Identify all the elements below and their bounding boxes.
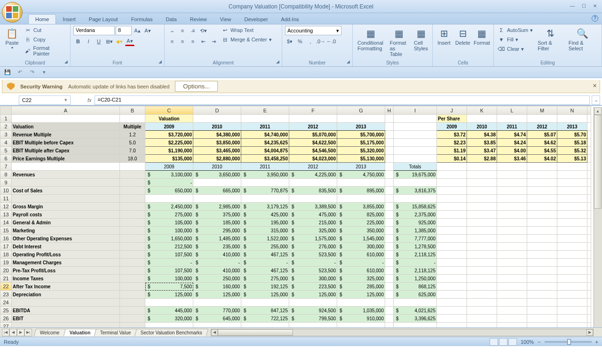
row-header[interactable]: 5 — [0, 147, 12, 155]
cell[interactable] — [527, 291, 557, 299]
col-header[interactable] — [587, 106, 591, 115]
cell[interactable]: $- — [193, 259, 241, 267]
cell[interactable]: Debt Interest — [12, 243, 120, 251]
cell[interactable] — [385, 299, 394, 307]
cell[interactable]: Income Taxes — [12, 275, 120, 283]
cell[interactable]: $1,485,000 — [193, 235, 241, 243]
row-header[interactable]: 25 — [0, 307, 12, 315]
cell[interactable]: $4,750,000 — [337, 171, 385, 179]
cell[interactable] — [467, 179, 497, 187]
cell[interactable] — [557, 211, 587, 219]
italic-button[interactable]: I — [84, 37, 93, 46]
cell[interactable]: Operating Profit/Loss — [12, 251, 120, 259]
cell[interactable]: $275,000 — [241, 275, 289, 283]
cell[interactable] — [587, 275, 591, 283]
cell[interactable]: $3,855,000 — [337, 203, 385, 211]
cell[interactable] — [394, 131, 437, 139]
percent-button[interactable]: % — [295, 37, 305, 46]
cell[interactable] — [385, 179, 394, 187]
cell[interactable]: Depreciation — [12, 291, 120, 299]
cell[interactable] — [385, 315, 394, 323]
cell[interactable]: EBIT Multiple before Capex — [12, 139, 120, 147]
cell[interactable] — [557, 291, 587, 299]
cell[interactable] — [145, 299, 193, 307]
format-painter-button[interactable]: 🖌Format Painter — [23, 45, 67, 57]
cell[interactable]: 2011 — [497, 123, 527, 131]
align-right-button[interactable]: ≡ — [188, 37, 198, 46]
cell[interactable]: $2,450,000 — [145, 203, 193, 211]
col-header[interactable]: A — [12, 106, 120, 115]
cell[interactable]: $125,000 — [241, 291, 289, 299]
cell[interactable]: Per Share — [437, 115, 467, 123]
cell[interactable] — [527, 283, 557, 291]
scroll-thumb[interactable] — [594, 115, 602, 209]
vertical-scrollbar[interactable]: ▲ ▼ — [594, 107, 602, 337]
cell[interactable]: $4.74 — [497, 131, 527, 139]
cell[interactable]: $- — [289, 259, 337, 267]
page-layout-view-button[interactable] — [499, 338, 507, 346]
row-header[interactable]: 7 — [0, 163, 12, 171]
cell[interactable] — [437, 323, 467, 328]
row-header[interactable]: 27 — [0, 323, 12, 328]
cell[interactable]: $300,000 — [289, 275, 337, 283]
comma-button[interactable]: , — [306, 37, 315, 46]
cell[interactable] — [120, 203, 145, 211]
cell[interactable] — [385, 307, 394, 315]
format-as-table-button[interactable]: ▦Format as Table — [388, 26, 411, 58]
cell[interactable] — [557, 243, 587, 251]
cell[interactable]: $4,740,000 — [241, 131, 289, 139]
cell[interactable] — [385, 131, 394, 139]
insert-cells-button[interactable]: ⊞Insert — [436, 26, 452, 47]
font-color-button[interactable]: A▾ — [125, 37, 135, 46]
cell[interactable] — [385, 163, 394, 171]
decrease-indent-button[interactable]: ⇤ — [198, 37, 208, 46]
cell[interactable]: $5.13 — [557, 155, 587, 163]
row-header[interactable]: 22 — [0, 283, 12, 291]
increase-indent-button[interactable]: ⇥ — [209, 37, 218, 46]
cell[interactable]: $4.02 — [527, 155, 557, 163]
col-header[interactable]: N — [557, 106, 587, 115]
cell[interactable]: $235,000 — [193, 243, 241, 251]
cell[interactable]: $2,880,000 — [193, 155, 241, 163]
col-header[interactable]: D — [193, 106, 241, 115]
cell[interactable] — [527, 235, 557, 243]
cell[interactable]: $2,375,000 — [394, 211, 437, 219]
cell[interactable] — [437, 227, 467, 235]
cell[interactable]: Multiple — [120, 123, 145, 131]
spreadsheet-grid[interactable]: A B C D E F G H I J K L M N 1ValuationPe… — [0, 105, 602, 327]
cell[interactable]: $925,000 — [394, 219, 437, 227]
cell[interactable]: $910,000 — [337, 315, 385, 323]
tab-home[interactable]: Home — [28, 14, 56, 24]
cell[interactable] — [587, 211, 591, 219]
cell[interactable] — [437, 187, 467, 195]
cell[interactable] — [120, 211, 145, 219]
cell[interactable] — [289, 179, 337, 187]
cell[interactable]: $445,000 — [145, 307, 193, 315]
cell[interactable]: 2013 — [557, 123, 587, 131]
cell[interactable] — [193, 323, 241, 328]
cell[interactable] — [497, 251, 527, 259]
cell[interactable]: $160,000 — [193, 283, 241, 291]
cell[interactable]: $610,000 — [337, 267, 385, 275]
normal-view-button[interactable] — [490, 338, 498, 346]
cell[interactable] — [12, 179, 120, 187]
cell[interactable] — [497, 267, 527, 275]
cell[interactable] — [467, 219, 497, 227]
zoom-slider[interactable] — [545, 341, 592, 343]
font-launcher[interactable]: ◢ — [157, 59, 163, 65]
cell[interactable]: EBIT Multiple after Capex — [12, 147, 120, 155]
cell[interactable]: $4,622,500 — [289, 139, 337, 147]
row-header[interactable]: 18 — [0, 251, 12, 259]
cell[interactable] — [437, 315, 467, 323]
row-header[interactable]: 4 — [0, 139, 12, 147]
cell[interactable] — [557, 171, 587, 179]
cell[interactable]: $4,546,500 — [289, 147, 337, 155]
cell[interactable] — [467, 267, 497, 275]
cell[interactable] — [587, 139, 591, 147]
cell[interactable] — [120, 283, 145, 291]
cell[interactable] — [527, 315, 557, 323]
tab-developer[interactable]: Developer — [238, 15, 274, 24]
cell[interactable]: $3,465,000 — [193, 147, 241, 155]
cell[interactable] — [527, 251, 557, 259]
cell[interactable]: $1,522,000 — [241, 235, 289, 243]
